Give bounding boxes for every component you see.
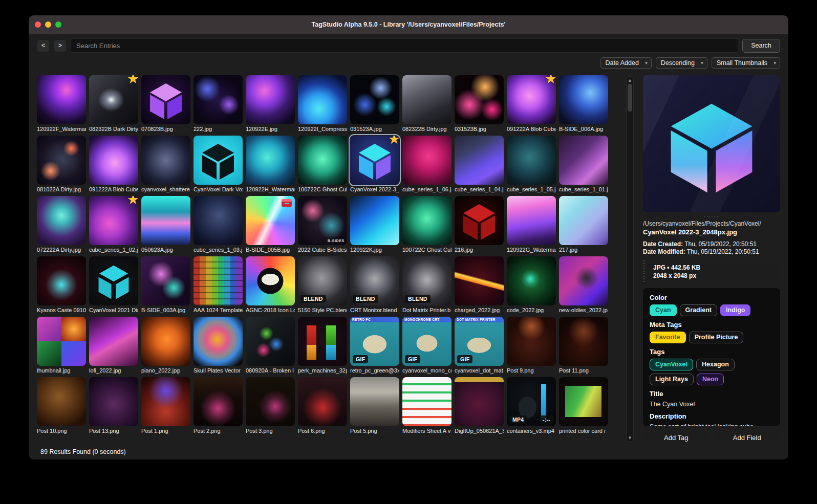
thumbnail-image[interactable] [455,75,504,124]
thumbnail-image[interactable] [559,377,608,426]
thumbnail-image[interactable] [402,75,451,124]
thumbnail-image[interactable] [455,377,504,426]
thumbnail-image[interactable] [89,136,138,185]
sort-field-dropdown[interactable]: Date Added ▾ [600,57,652,69]
thumbnail-size-value: Small Thumbnails [717,59,767,67]
thumbnail-image[interactable] [141,75,190,124]
thumbnail-image[interactable] [402,136,451,185]
favorite-star-icon: ★ [127,196,138,206]
thumbnail-image[interactable] [246,377,295,426]
thumbnail-image[interactable] [89,317,138,366]
add-tag-button[interactable]: Add Tag [643,431,709,444]
scroll-up-icon[interactable]: ▲ [629,77,631,84]
thumbnail-image[interactable] [141,256,190,305]
tag-pill[interactable]: Favorite [650,332,686,343]
thumbnail-image[interactable] [37,136,86,185]
thumbnail-image[interactable] [37,75,86,124]
tag-pill[interactable]: Gradient [680,304,717,316]
thumbnail-image[interactable] [350,377,399,426]
thumbnail-image[interactable] [246,256,295,305]
scrollbar-thumb[interactable] [628,84,632,112]
thumbnail-image[interactable] [193,377,243,426]
grid-item: 082322B Dirty.jpg [402,75,451,133]
thumbnail-image[interactable] [37,256,86,305]
thumbnail-image[interactable] [37,377,86,426]
tag-pill[interactable]: Indigo [720,304,751,316]
thumbnail-image[interactable]: DOT MATRIX PRINTERGIF [455,317,504,366]
add-field-button[interactable]: Add Field [714,431,781,444]
thumbnail-image[interactable] [559,317,608,366]
thumbnail-image[interactable] [246,136,295,185]
thumbnail-image[interactable] [350,196,399,245]
thumbnail-image[interactable]: MONOCHROME CRTGIF [402,317,451,366]
thumbnail-image[interactable] [507,196,556,245]
thumbnail-image[interactable] [141,136,190,185]
filetype-badge: GIF [405,355,420,363]
tag-pill[interactable]: Cyan [650,304,677,316]
field-value: Some sort of bright teal looking cube. [650,423,773,426]
scroll-down-icon[interactable]: ▼ [629,434,631,442]
thumbnail-image[interactable] [350,75,399,124]
preview-image[interactable] [643,75,780,212]
thumbnail-image[interactable]: BLEND [350,256,399,305]
thumbnail-image[interactable] [507,317,556,366]
back-button[interactable]: < [37,39,50,52]
thumbnail-image[interactable] [559,196,608,245]
tag-pill[interactable]: Light Rays [650,374,694,385]
thumbnail-image[interactable] [37,317,86,366]
thumbnail-image[interactable]: ★ [89,75,138,124]
sort-order-dropdown[interactable]: Descending ▾ [656,57,707,69]
thumbnail-image[interactable] [298,75,347,124]
thumbnail-image[interactable]: MP4-:-- [507,377,556,426]
thumbnail-image[interactable]: BLEND [402,256,451,305]
tag-pill[interactable]: Neon [697,374,724,385]
grid-item: 120922E.jpg [246,75,295,133]
thumbnail-image[interactable] [402,377,451,426]
thumbnail-image[interactable] [89,256,138,305]
thumbnail-image[interactable] [193,196,243,245]
thumbnail-image[interactable] [298,317,347,366]
thumbnail-image[interactable]: BLEND [298,256,347,305]
thumbnail-image[interactable]: ★ [507,75,556,124]
thumbnail-image[interactable] [141,196,190,245]
thumbnail-filename: cyanvoxel_shattere [141,186,190,193]
thumbnail-image[interactable]: RETRO PCGIF [350,317,399,366]
grid-scrollbar[interactable]: ▲ ▼ [626,76,634,442]
thumbnail-image[interactable] [141,377,190,426]
thumbnail-size-dropdown[interactable]: Small Thumbnails ▾ [712,57,780,69]
tag-pill[interactable]: Profile Picture [689,332,744,343]
tag-pill[interactable]: CyanVoxel [650,359,693,370]
forward-button[interactable]: > [54,39,67,52]
field-drag-grip[interactable] [643,260,646,283]
thumbnail-image[interactable] [298,377,347,426]
thumbnail-image[interactable]: ★ [350,136,399,185]
thumbnail-image[interactable] [455,136,504,185]
thumbnail-image[interactable] [246,75,295,124]
thumbnail-image[interactable] [455,196,504,245]
grid-item: Modifiers Sheet A v [402,377,451,435]
thumbnail-image[interactable] [298,136,347,185]
thumbnail-image[interactable]: ★ [89,196,138,245]
thumbnail-image[interactable] [193,256,243,305]
thumbnail-image[interactable] [246,317,295,366]
panel-drag-handle[interactable]: ······ [643,214,780,219]
thumbnail-image[interactable] [559,75,608,124]
thumbnail-image[interactable] [507,256,556,305]
thumbnail-image[interactable] [37,196,86,245]
tag-pill[interactable]: Hexagon [696,359,735,370]
thumbnail-image[interactable] [141,317,190,366]
thumbnail-image[interactable] [559,256,608,305]
thumbnail-image[interactable] [559,136,608,185]
thumbnail-image[interactable] [193,75,243,124]
thumbnail-image[interactable] [455,256,504,305]
search-button[interactable]: Search [742,39,780,53]
thumbnail-image[interactable] [193,136,243,185]
thumbnail-image[interactable] [246,196,295,245]
thumbnail-image[interactable] [402,196,451,245]
thumbnail-image[interactable] [193,317,243,366]
thumbnail-image[interactable] [89,377,138,426]
search-input[interactable] [71,38,738,53]
grid-item: 120922G_Watermar [507,196,556,254]
thumbnail-image[interactable]: B-SIDES [298,196,347,245]
thumbnail-image[interactable] [507,136,556,185]
